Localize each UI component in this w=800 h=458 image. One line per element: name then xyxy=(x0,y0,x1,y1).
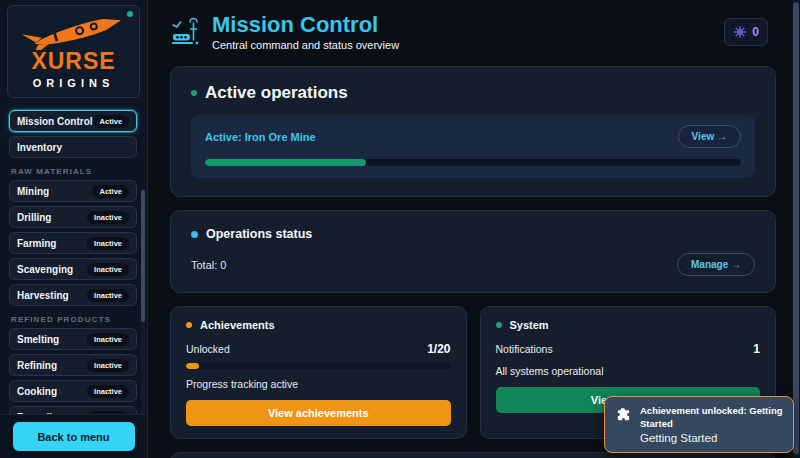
rocket-icon xyxy=(16,10,134,50)
card-title: Active operations xyxy=(205,83,348,103)
view-achievements-button[interactable]: View achievements xyxy=(186,400,451,426)
active-operations-card: Active operations Active: Iron Ore Mine … xyxy=(170,66,776,197)
manage-button[interactable]: Manage → xyxy=(677,253,755,276)
status-badge: Inactive xyxy=(87,263,129,276)
sidebar-item-label: Harvesting xyxy=(17,290,69,301)
main-content: Mission Control Central command and stat… xyxy=(148,0,792,458)
achievements-progress-track xyxy=(186,363,451,369)
sidebar-item-smelting[interactable]: Smelting Inactive xyxy=(9,328,137,350)
page-scrollbar-thumb[interactable] xyxy=(793,2,799,454)
sidebar-item-inventory[interactable]: Inventory xyxy=(9,136,137,158)
sidebar-item-drilling[interactable]: Drilling Inactive xyxy=(9,206,137,228)
sidebar-item-label: Mining xyxy=(17,186,49,197)
puzzle-piece-icon xyxy=(615,406,632,423)
active-operation-panel: Active: Iron Ore Mine View → xyxy=(191,115,755,178)
mission-control-icon xyxy=(170,17,202,47)
status-dot xyxy=(127,11,133,17)
status-badge: Active xyxy=(93,115,130,128)
card-dot xyxy=(496,322,502,328)
status-badge: Inactive xyxy=(87,211,129,224)
sidebar-item-label: Drilling xyxy=(17,212,51,223)
achievement-toast: Achievement unlocked: Getting Started Ge… xyxy=(604,396,794,453)
counter-value: 0 xyxy=(752,25,759,39)
toast-subtitle: Getting Started xyxy=(640,432,783,444)
sidebar-nav: Mission Control Active Inventory RAW MAT… xyxy=(0,106,147,431)
card-dot xyxy=(191,90,197,96)
status-badge: Inactive xyxy=(87,333,129,346)
sidebar-scrollbar[interactable] xyxy=(141,190,145,431)
sidebar-item-harvesting[interactable]: Harvesting Inactive xyxy=(9,284,137,306)
active-operation-label: Active: Iron Ore Mine xyxy=(205,131,316,143)
card-title: Operations status xyxy=(206,227,312,241)
unlocked-count: 1/20 xyxy=(427,342,450,356)
operation-progress-track xyxy=(205,159,741,166)
achievements-status: Progress tracking active xyxy=(186,378,451,390)
sidebar-item-label: Scavenging xyxy=(17,264,73,275)
sidebar-item-refining[interactable]: Refining Inactive xyxy=(9,354,137,376)
sidebar-footer: Back to menu xyxy=(0,414,147,458)
status-badge: Inactive xyxy=(87,385,129,398)
back-to-menu-button[interactable]: Back to menu xyxy=(13,422,135,451)
sidebar-scrollbar-thumb[interactable] xyxy=(141,190,145,322)
card-dot xyxy=(186,322,192,328)
status-badge: Inactive xyxy=(87,359,129,372)
sidebar-item-label: Farming xyxy=(17,238,56,249)
section-label-raw-materials: RAW MATERIALS xyxy=(11,167,136,176)
notifications-label: Notifications xyxy=(496,343,553,355)
sidebar-item-mission-control[interactable]: Mission Control Active xyxy=(9,110,137,132)
card-title: Achievements xyxy=(200,319,275,331)
system-status: All systems operational xyxy=(496,365,761,377)
page-scrollbar[interactable] xyxy=(792,0,800,458)
card-title: System xyxy=(510,319,549,331)
counter-badge[interactable]: 0 xyxy=(724,18,768,46)
sidebar-item-label: Cooking xyxy=(17,386,57,397)
card-dot xyxy=(191,231,198,238)
main-header: Mission Control Central command and stat… xyxy=(170,10,776,54)
view-button[interactable]: View → xyxy=(678,125,741,148)
operation-progress-fill xyxy=(205,159,366,166)
section-label-refined-products: REFINED PRODUCTS xyxy=(11,315,136,324)
page-title: Mission Control xyxy=(212,13,399,37)
logo-title: XURSE xyxy=(16,50,131,73)
status-badge: Inactive xyxy=(87,237,129,250)
sidebar-item-cooking[interactable]: Cooking Inactive xyxy=(9,380,137,402)
logo-subtitle: ORIGINS xyxy=(16,77,131,89)
sidebar-item-label: Smelting xyxy=(17,334,59,345)
sidebar-item-label: Mission Control xyxy=(17,116,93,127)
sidebar-item-label: Refining xyxy=(17,360,57,371)
sidebar-item-label: Inventory xyxy=(17,142,62,153)
sidebar-item-scavenging[interactable]: Scavenging Inactive xyxy=(9,258,137,280)
status-badge: Inactive xyxy=(87,289,129,302)
sidebar-item-farming[interactable]: Farming Inactive xyxy=(9,232,137,254)
sidebar-item-mining[interactable]: Mining Active xyxy=(9,180,137,202)
unlocked-label: Unlocked xyxy=(186,343,230,355)
operations-status-card: Operations status Total: 0 Manage → xyxy=(170,210,776,293)
sidebar: XURSE ORIGINS Mission Control Active Inv… xyxy=(0,0,148,458)
notifications-count: 1 xyxy=(753,342,760,356)
research-points-icon xyxy=(733,25,747,39)
achievements-progress-fill xyxy=(186,363,199,369)
logo: XURSE ORIGINS xyxy=(7,5,140,98)
achievements-card: Achievements Unlocked 1/20 Progress trac… xyxy=(170,306,467,439)
status-badge: Active xyxy=(92,185,129,198)
page-subtitle: Central command and status overview xyxy=(212,39,399,51)
total-label: Total: 0 xyxy=(191,259,226,271)
toast-title: Achievement unlocked: Getting Started xyxy=(640,405,783,430)
